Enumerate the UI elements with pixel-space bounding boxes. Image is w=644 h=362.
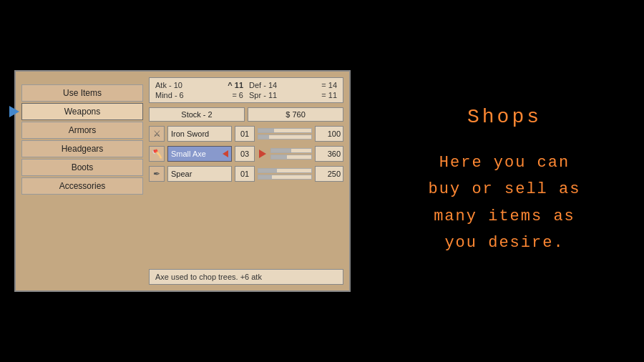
category-menu: Use Items Weapons Armors Headgears Boots… <box>21 77 143 285</box>
category-label: Weapons <box>64 107 100 117</box>
stat-mind-value: = 6 <box>232 91 243 99</box>
category-label: Accessories <box>59 181 106 191</box>
item-bar-area <box>258 126 312 142</box>
item-name-spear[interactable]: Spear <box>167 166 232 182</box>
price-value: 360 <box>328 150 341 158</box>
stock-label: Stock - 2 <box>181 110 212 119</box>
shops-description: Here you can buy or sell as many items a… <box>429 150 581 257</box>
stat-mind-label: Mind - 6 <box>155 91 184 99</box>
item-bar-2 <box>270 155 312 160</box>
qty-value: 03 <box>240 150 249 158</box>
item-qty-spear: 01 <box>235 166 255 182</box>
category-armors[interactable]: Armors <box>21 122 143 139</box>
category-label: Use Items <box>63 88 102 98</box>
item-name-label: Small Axe <box>171 150 206 158</box>
stat-spr-label: Spr - 11 <box>249 91 277 99</box>
right-section: Atk - 10 ^ 11 Def - 14 = 14 Mind - 6 = 6… <box>149 77 343 285</box>
category-label: Armors <box>69 125 97 135</box>
qty-right-arrow[interactable] <box>259 150 266 158</box>
category-use-items[interactable]: Use Items <box>21 84 143 102</box>
shops-title: Shops <box>467 106 542 128</box>
qty-value: 01 <box>240 170 249 178</box>
right-arrow-icon <box>259 150 266 158</box>
stat-atk-label: Atk - 10 <box>155 81 182 89</box>
item-list: ⚔ Iron Sword 01 100 <box>149 124 343 263</box>
shop-window: Use Items Weapons Armors Headgears Boots… <box>14 70 351 292</box>
category-boots[interactable]: Boots <box>21 159 143 176</box>
stat-spr-value: = 11 <box>321 91 337 99</box>
price-value: 250 <box>328 170 341 178</box>
item-price-small-axe: 360 <box>315 146 343 162</box>
shop-inner: Use Items Weapons Armors Headgears Boots… <box>21 77 343 285</box>
item-bar-area <box>258 166 312 182</box>
category-arrow-icon <box>9 106 19 117</box>
stat-def-label: Def - 14 <box>249 81 277 89</box>
category-label: Headgears <box>62 144 104 154</box>
item-icon-spear: ✒ <box>149 166 165 182</box>
stock-box: Stock - 2 <box>149 107 245 122</box>
item-description-text: Axe used to chop trees. +6 atk <box>155 273 262 281</box>
item-bar-2 <box>258 175 312 180</box>
item-name-label: Spear <box>171 170 192 178</box>
qty-value: 01 <box>240 129 249 138</box>
item-name-label: Iron Sword <box>171 129 209 138</box>
description-box: Axe used to chop trees. +6 atk <box>149 269 343 285</box>
stat-atk: Atk - 10 ^ 11 <box>155 81 243 89</box>
category-weapons[interactable]: Weapons <box>21 103 143 120</box>
item-bar <box>258 168 312 173</box>
right-panel: Shops Here you can buy or sell as many i… <box>365 0 644 362</box>
category-headgears[interactable]: Headgears <box>21 140 143 157</box>
item-price-spear: 250 <box>315 166 343 182</box>
item-bar-2 <box>258 134 312 140</box>
item-icon-axe: 🪓 <box>149 146 165 162</box>
stat-atk-value: ^ 11 <box>228 81 243 89</box>
category-accessories[interactable]: Accessories <box>21 177 143 195</box>
item-qty-small-axe: 03 <box>235 146 255 162</box>
item-price-iron-sword: 100 <box>315 126 343 142</box>
item-qty-iron-sword: 01 <box>235 126 255 142</box>
table-row: ⚔ Iron Sword 01 100 <box>149 124 343 143</box>
item-bar <box>258 128 312 133</box>
price-value: 100 <box>328 129 341 138</box>
price-label: $ 760 <box>286 110 306 119</box>
item-name-iron-sword[interactable]: Iron Sword <box>167 126 232 142</box>
stat-def: Def - 14 = 14 <box>249 81 337 89</box>
stock-price-row: Stock - 2 $ 760 <box>149 107 343 122</box>
table-row: ✒ Spear 01 250 <box>149 165 343 183</box>
stat-spr: Spr - 11 = 11 <box>249 91 337 99</box>
item-bar <box>270 148 312 153</box>
stat-def-value: = 14 <box>321 81 337 89</box>
price-box: $ 760 <box>248 107 343 122</box>
table-row: 🪓 Small Axe 03 <box>149 145 343 163</box>
item-name-small-axe[interactable]: Small Axe <box>167 146 232 162</box>
left-panel: Use Items Weapons Armors Headgears Boots… <box>0 0 365 362</box>
item-left-arrow-icon <box>223 150 228 157</box>
item-bar-area <box>270 146 312 162</box>
stat-mind: Mind - 6 = 6 <box>155 91 243 99</box>
stats-box: Atk - 10 ^ 11 Def - 14 = 14 Mind - 6 = 6… <box>149 77 343 103</box>
item-icon-sword: ⚔ <box>149 126 165 142</box>
category-label: Boots <box>72 162 94 172</box>
